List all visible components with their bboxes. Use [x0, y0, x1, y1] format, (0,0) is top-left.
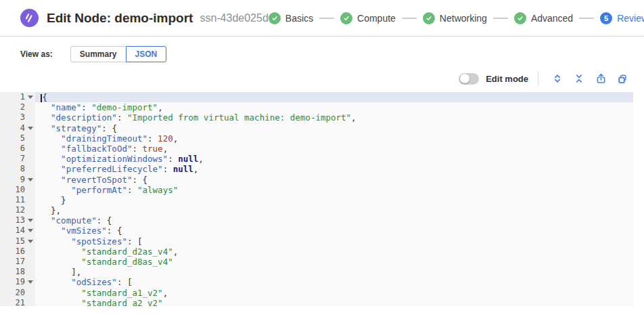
check-icon	[514, 12, 526, 24]
view-as-toggle: Summary JSON	[70, 46, 166, 62]
line-number: 18	[0, 267, 35, 277]
stepper-step-compute[interactable]: Compute	[340, 12, 396, 24]
line-number: 19	[0, 277, 35, 287]
line-number: 14	[0, 226, 35, 236]
code-line[interactable]: "strategy": {	[35, 123, 633, 133]
view-as-json-button[interactable]: JSON	[126, 46, 167, 62]
view-as-summary-button[interactable]: Summary	[70, 46, 127, 62]
stepper-connector	[579, 18, 594, 19]
line-number: 12	[0, 205, 35, 215]
edit-mode-label: Edit mode	[486, 74, 528, 84]
view-as-label: View as:	[20, 49, 53, 59]
editor-code: { "name": "demo-import", "description": …	[35, 92, 633, 306]
code-line[interactable]: ],	[35, 267, 633, 277]
line-number: 2	[0, 102, 35, 112]
stepper-step-review[interactable]: 5Review	[600, 12, 644, 24]
stepper-connector	[402, 18, 417, 19]
fold-arrow-icon[interactable]	[28, 240, 33, 243]
code-line[interactable]: "odSizes": [	[35, 277, 633, 287]
check-icon	[340, 12, 352, 24]
stepper-step-advanced[interactable]: Advanced	[514, 12, 573, 24]
fold-arrow-icon[interactable]	[28, 127, 33, 130]
toolbar-divider	[538, 72, 538, 85]
code-line[interactable]: "performAt": "always"	[35, 185, 633, 195]
line-number: 3	[0, 112, 35, 123]
code-line[interactable]: "revertToSpot": {	[35, 175, 633, 185]
line-number: 21	[0, 298, 35, 306]
code-line[interactable]: {	[35, 92, 633, 102]
line-number: 7	[0, 154, 35, 164]
line-number: 16	[0, 247, 35, 257]
edit-mode-toggle[interactable]	[459, 73, 479, 85]
page-title: Edit Node: demo-import	[47, 11, 193, 26]
code-line[interactable]: "spotSizes": [	[35, 236, 633, 247]
collapse-icon[interactable]	[572, 72, 586, 85]
line-number: 20	[0, 288, 35, 298]
line-number: 1	[0, 92, 35, 102]
line-number: 6	[0, 144, 35, 154]
stepper: BasicsComputeNetworkingAdvanced5Review	[269, 12, 644, 24]
code-line[interactable]: "preferredLifecycle": null,	[35, 164, 633, 174]
fold-arrow-icon[interactable]	[28, 280, 33, 284]
check-icon	[423, 12, 435, 24]
code-line[interactable]: "compute": {	[35, 215, 633, 226]
code-line[interactable]: "standard_d2as_v4",	[35, 247, 633, 257]
code-line[interactable]: "standard_a1_v2",	[35, 288, 633, 298]
stepper-connector	[493, 18, 508, 19]
stepper-step-networking[interactable]: Networking	[423, 12, 487, 24]
editor-gutter: 123456789101112131415161718192021	[0, 92, 35, 306]
copy-icon[interactable]	[616, 72, 629, 85]
code-line[interactable]: "drainingTimeout": 120,	[35, 133, 633, 144]
step-label: Compute	[357, 13, 396, 24]
text-cursor	[41, 94, 42, 102]
node-id: ssn-43de025d	[200, 12, 268, 24]
code-line[interactable]: "optimizationWindows": null,	[35, 154, 633, 164]
view-as-row: View as: Summary JSON	[0, 46, 644, 62]
code-line[interactable]: "name": "demo-import",	[35, 102, 633, 112]
line-number: 4	[0, 123, 35, 133]
line-number: 13	[0, 215, 35, 226]
stepper-step-basics[interactable]: Basics	[269, 12, 313, 24]
stepper-connector	[319, 18, 334, 19]
editor-toolbar: Edit mode	[0, 70, 644, 87]
code-line[interactable]: "fallbackToOd": true,	[35, 144, 633, 154]
page-header: Edit Node: demo-import ssn-43de025d Basi…	[0, 0, 644, 37]
code-line[interactable]: },	[35, 205, 633, 215]
code-line[interactable]: "standard_d8as_v4"	[35, 257, 633, 267]
code-line[interactable]: }	[35, 195, 633, 205]
fold-arrow-icon[interactable]	[28, 178, 33, 181]
step-label: Basics	[285, 13, 313, 24]
fold-arrow-icon[interactable]	[28, 229, 33, 232]
step-number-badge: 5	[600, 12, 612, 24]
json-editor[interactable]: 123456789101112131415161718192021 { "nam…	[0, 92, 633, 306]
toggle-knob	[460, 74, 469, 83]
spot-logo-icon	[20, 9, 39, 27]
line-number: 15	[0, 236, 35, 247]
line-number: 10	[0, 185, 35, 195]
expand-icon[interactable]	[551, 72, 564, 85]
step-label: Review	[617, 13, 644, 24]
line-number: 8	[0, 164, 35, 174]
line-number: 17	[0, 257, 35, 267]
step-label: Advanced	[531, 13, 573, 24]
line-number: 5	[0, 133, 35, 144]
line-number: 11	[0, 195, 35, 205]
export-icon[interactable]	[594, 72, 607, 85]
fold-arrow-icon[interactable]	[28, 219, 33, 222]
step-label: Networking	[440, 13, 487, 24]
code-line[interactable]: "vmSizes": {	[35, 226, 633, 236]
code-line[interactable]: "standard_a2_v2"	[35, 298, 633, 306]
code-line[interactable]: "description": "Imported from virtual ma…	[35, 112, 633, 123]
fold-arrow-icon[interactable]	[28, 95, 33, 99]
line-number: 9	[0, 175, 35, 185]
check-icon	[269, 12, 281, 24]
